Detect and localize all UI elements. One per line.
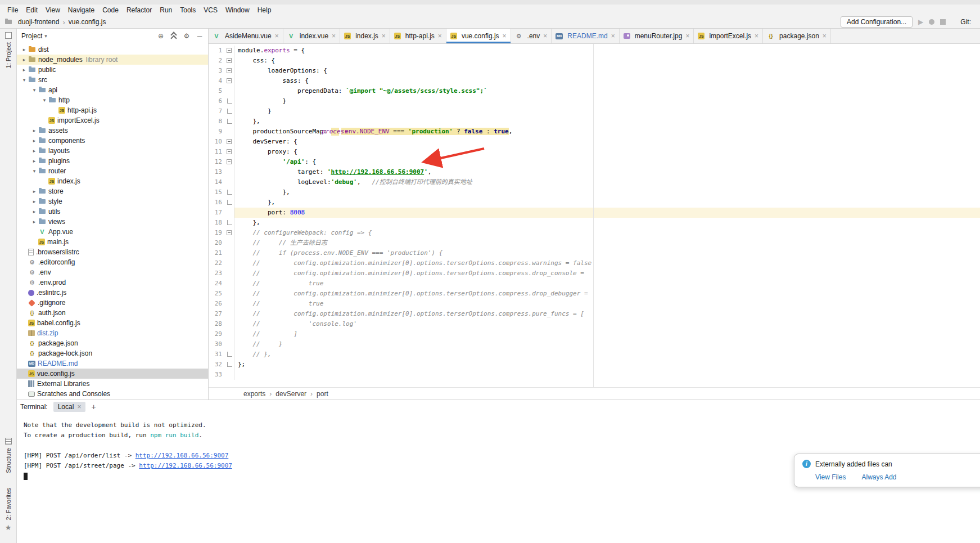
editor-tab-package.json[interactable]: {}package.json× (763, 29, 831, 43)
code-text[interactable]: module.exports = { (234, 46, 980, 56)
code-text[interactable]: // true (234, 299, 980, 309)
tree-item-src[interactable]: ▾src (17, 75, 208, 85)
debug-icon[interactable] (929, 19, 934, 25)
tree-item-components[interactable]: ▸components (17, 136, 208, 146)
tree-item-plugins[interactable]: ▸plugins (17, 156, 208, 166)
code-text[interactable]: sass: { (234, 76, 980, 86)
chevron-expanded-icon[interactable]: ▾ (20, 77, 28, 83)
fold-end-icon[interactable] (227, 109, 232, 114)
fold-end-icon[interactable] (227, 220, 232, 225)
tree-item-vue.config.js[interactable]: JSvue.config.js (17, 369, 208, 379)
chevron-collapsed-icon[interactable]: ▸ (20, 47, 28, 52)
code-text[interactable]: prependData: `@import "~@/assets/scss/st… (234, 86, 980, 96)
code-text[interactable]: // config.optimization.minimizer[0].opti… (234, 289, 980, 299)
chevron-collapsed-icon[interactable]: ▸ (30, 199, 38, 204)
fold-end-icon[interactable] (227, 352, 232, 357)
tree-item-.env.prod[interactable]: ⚙.env.prod (17, 277, 208, 288)
menu-help[interactable]: Help (254, 5, 276, 15)
menu-window[interactable]: Window (222, 5, 254, 15)
chevron-collapsed-icon[interactable]: ▸ (30, 209, 38, 214)
fold-end-icon[interactable] (227, 119, 232, 124)
project-panel-title[interactable]: Project (21, 32, 42, 40)
close-icon[interactable]: × (755, 32, 758, 40)
fold-end-icon[interactable] (227, 98, 232, 104)
chevron-collapsed-icon[interactable]: ▸ (30, 128, 38, 133)
tree-item-.gitignore[interactable]: .gitignore (17, 298, 208, 308)
terminal-tab-local[interactable]: Local × (53, 402, 86, 412)
code-text[interactable]: } (234, 96, 980, 106)
tree-item-babel.config.js[interactable]: JSbabel.config.js (17, 318, 208, 328)
tree-item-layouts[interactable]: ▸layouts (17, 146, 208, 156)
code-editor[interactable]: 1module.exports = {2 css: {3 loaderOptio… (209, 44, 980, 387)
chevron-collapsed-icon[interactable]: ▸ (20, 67, 28, 73)
fold-collapse-icon[interactable] (227, 230, 232, 235)
tree-item-index.js[interactable]: JSindex.js (17, 176, 208, 186)
tree-item-dist[interactable]: ▸dist (17, 44, 208, 55)
tree-item-assets[interactable]: ▸assets (17, 125, 208, 136)
new-terminal-session-icon[interactable]: + (91, 402, 96, 411)
hide-icon[interactable]: ─ (196, 32, 204, 40)
structure-stripe-button[interactable]: Structure (5, 438, 12, 477)
tree-item-router[interactable]: ▾router (17, 166, 208, 176)
code-text[interactable]: // if (process.env.NODE_ENV === 'product… (234, 248, 980, 258)
tree-item-public[interactable]: ▸public (17, 65, 208, 75)
code-text[interactable]: css: { (234, 56, 980, 66)
settings-icon[interactable]: ⚙ (183, 32, 191, 40)
close-icon[interactable]: × (823, 32, 827, 40)
menu-vcs[interactable]: VCS (200, 5, 222, 15)
chevron-expanded-icon[interactable]: ▾ (40, 97, 48, 103)
breadcrumb-project[interactable]: duoji-frontend (18, 18, 59, 26)
tree-item-http[interactable]: ▾http (17, 95, 208, 105)
chevron-collapsed-icon[interactable]: ▸ (30, 158, 38, 164)
code-text[interactable] (234, 370, 980, 380)
menu-run[interactable]: Run (156, 5, 176, 15)
close-icon[interactable]: × (77, 403, 81, 411)
tree-item-views[interactable]: ▸views (17, 217, 208, 227)
fold-end-icon[interactable] (227, 190, 232, 195)
code-text[interactable]: target: 'http://192.168.66.56:9007', (234, 167, 980, 177)
tree-item-node_modules[interactable]: ▸node_moduleslibrary root (17, 55, 208, 65)
code-text[interactable]: // config.optimization.minimizer[0].opti… (234, 309, 980, 319)
menu-code[interactable]: Code (98, 5, 123, 15)
fold-collapse-icon[interactable] (227, 78, 232, 83)
menu-edit[interactable]: Edit (22, 5, 42, 15)
tree-item-store[interactable]: ▸store (17, 186, 208, 196)
chevron-collapsed-icon[interactable]: ▸ (30, 219, 38, 225)
code-text[interactable]: // ] (234, 329, 980, 339)
tree-item-.eslintrc.js[interactable]: .eslintrc.js (17, 288, 208, 298)
tree-item-http-api.js[interactable]: JShttp-api.js (17, 105, 208, 115)
code-text[interactable]: logLevel:'debug', //控制台终端打印代理前的真实地址 (234, 177, 980, 187)
breadcrumb-file[interactable]: vue.config.js (69, 18, 106, 26)
tree-item-style[interactable]: ▸style (17, 196, 208, 207)
tree-item-importExcel.js[interactable]: JSimportExcel.js (17, 115, 208, 125)
git-branch-widget[interactable]: Git: (960, 18, 971, 26)
code-text[interactable]: loaderOptions: { (234, 66, 980, 76)
editor-tab-importExcel.js[interactable]: JSimportExcel.js× (694, 29, 763, 43)
fold-collapse-icon[interactable] (227, 58, 232, 63)
stop-icon[interactable] (940, 19, 946, 25)
chevron-collapsed-icon[interactable]: ▸ (30, 148, 38, 154)
close-icon[interactable]: × (332, 32, 336, 40)
code-text[interactable]: } (234, 106, 980, 116)
tree-item-package-lock.json[interactable]: {}package-lock.json (17, 348, 208, 358)
tree-item-README.md[interactable]: MDREADME.md (17, 358, 208, 369)
close-icon[interactable]: × (611, 32, 615, 40)
close-icon[interactable]: × (685, 32, 689, 40)
code-text[interactable]: port: 8008 (234, 208, 980, 218)
tree-item-dist.zip[interactable]: dist.zip (17, 328, 208, 338)
editor-tab-index.vue[interactable]: Vindex.vue× (283, 29, 340, 43)
menu-refactor[interactable]: Refactor (123, 5, 156, 15)
close-icon[interactable]: × (382, 32, 386, 40)
menu-view[interactable]: View (42, 5, 64, 15)
close-icon[interactable]: × (275, 32, 279, 40)
run-icon[interactable]: ▶ (918, 18, 923, 26)
editor-tab-menuRouter.jpg[interactable]: menuRouter.jpg× (620, 29, 694, 43)
editor-tab-README.md[interactable]: MDREADME.md× (552, 29, 619, 43)
menu-navigate[interactable]: Navigate (64, 5, 98, 15)
code-text[interactable]: }, (234, 198, 980, 208)
close-icon[interactable]: × (543, 32, 547, 40)
notification-action-view-files[interactable]: View Files (815, 473, 846, 481)
breadcrumb-port[interactable]: port (317, 390, 328, 398)
code-text[interactable]: // // 生产去除日志 (234, 238, 980, 248)
code-text[interactable]: // config.optimization.minimizer[0].opti… (234, 268, 980, 279)
